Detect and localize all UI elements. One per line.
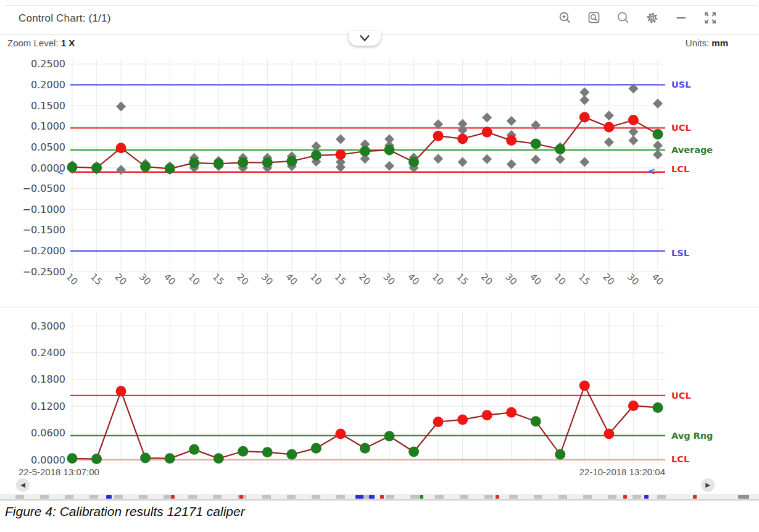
subgroup-point[interactable] (286, 449, 297, 460)
subgroup-point[interactable] (116, 143, 126, 153)
x-tick-label: 15 (332, 271, 348, 287)
scroll-left-button[interactable]: ◀ (16, 478, 30, 492)
individual-measurement-point[interactable] (433, 154, 443, 164)
subgroup-point[interactable] (603, 429, 614, 439)
clipped-text-fragment (40, 495, 49, 499)
y-tick-label: 0.0600 (31, 427, 65, 439)
subgroup-point[interactable] (652, 129, 663, 139)
subgroup-point[interactable] (214, 453, 224, 463)
clipped-text-fragment (484, 495, 493, 499)
subgroup-point[interactable] (579, 112, 590, 122)
clipped-text-fragment (312, 495, 320, 499)
individual-measurement-point[interactable] (604, 137, 614, 147)
search-button[interactable] (615, 10, 631, 26)
subgroup-point[interactable] (652, 402, 663, 413)
subgroup-point[interactable] (555, 144, 565, 154)
subgroup-point[interactable] (457, 133, 468, 144)
subgroup-point[interactable] (384, 145, 395, 156)
individual-measurement-point[interactable] (458, 157, 468, 167)
x-tick-label: 10 (308, 271, 324, 287)
y-tick-label: 0.1000 (31, 120, 65, 132)
subgroup-point[interactable] (91, 163, 102, 173)
x-tick-label: 15 (454, 271, 470, 287)
fullscreen-button[interactable] (702, 10, 718, 26)
individual-measurement-point[interactable] (653, 141, 663, 151)
individual-measurement-point[interactable] (555, 154, 565, 164)
subgroup-point[interactable] (433, 131, 444, 141)
subgroup-point[interactable] (189, 157, 199, 168)
y-tick-label: 0.2500 (31, 58, 65, 70)
subgroup-point[interactable] (165, 453, 175, 463)
subgroup-point[interactable] (457, 414, 468, 425)
subgroup-point[interactable] (433, 417, 444, 427)
settings-button[interactable] (644, 10, 660, 26)
subgroup-point[interactable] (409, 446, 419, 457)
y-tick-label: 0.1500 (31, 100, 65, 112)
subgroup-point[interactable] (384, 431, 395, 441)
subgroup-point[interactable] (238, 157, 248, 168)
individual-measurement-point[interactable] (628, 136, 638, 146)
x-tick-label: 40 (162, 271, 178, 287)
subgroup-point[interactable] (189, 444, 199, 455)
individual-measurement-point[interactable] (482, 154, 492, 164)
subgroup-point[interactable] (628, 115, 639, 125)
clipped-text-fragment (738, 495, 749, 499)
minimize-button[interactable] (673, 10, 689, 26)
individual-measurement-point[interactable] (579, 95, 589, 105)
subgroup-point[interactable] (335, 429, 346, 439)
control-charts-canvas[interactable]: USLUCLAverageLCLLSL0.25000.20000.15000.1… (0, 0, 759, 532)
subgroup-point[interactable] (579, 380, 590, 391)
subgroup-point[interactable] (506, 135, 516, 146)
individual-measurement-point[interactable] (482, 113, 492, 123)
subgroup-point[interactable] (482, 127, 492, 138)
subgroup-point[interactable] (628, 401, 639, 411)
x-tick-label: 10 (430, 271, 446, 287)
subgroup-point[interactable] (360, 146, 370, 157)
individual-measurement-point[interactable] (507, 116, 516, 126)
individual-measurement-point[interactable] (653, 99, 663, 109)
subgroup-point[interactable] (116, 386, 126, 396)
clipped-label-strip[interactable] (0, 494, 759, 501)
individual-measurement-point[interactable] (579, 157, 589, 167)
individual-measurement-point[interactable] (336, 162, 346, 172)
individual-measurement-point[interactable] (604, 110, 614, 120)
subgroup-point[interactable] (335, 149, 346, 160)
subgroup-point[interactable] (531, 416, 541, 426)
individual-measurement-point[interactable] (531, 155, 541, 165)
individual-measurement-point[interactable] (384, 161, 394, 171)
subgroup-point[interactable] (214, 159, 224, 169)
zoom-selection-button[interactable] (586, 10, 602, 26)
zoom-in-button[interactable] (557, 10, 573, 26)
subgroup-point[interactable] (311, 443, 321, 454)
subgroup-point[interactable] (555, 449, 565, 460)
subgroup-point[interactable] (409, 157, 419, 167)
subgroup-point[interactable] (262, 157, 273, 168)
subgroup-point[interactable] (531, 138, 541, 149)
chart-divider (0, 307, 759, 307)
subgroup-point[interactable] (603, 122, 614, 133)
individual-measurement-point[interactable] (116, 165, 126, 175)
clipped-text-fragment (171, 495, 175, 499)
collapse-panel-button[interactable] (349, 31, 381, 46)
subgroup-point[interactable] (311, 150, 321, 160)
subgroup-point[interactable] (286, 156, 297, 167)
subgroup-point[interactable] (165, 164, 175, 174)
measurements-control-chart-gridlines (70, 59, 665, 272)
subgroup-point[interactable] (360, 443, 370, 454)
subgroup-point[interactable] (140, 453, 151, 463)
subgroup-point[interactable] (482, 410, 492, 420)
x-tick-label: 15 (88, 271, 104, 287)
measurements-control-chart: USLUCLAverageLCLLSL0.25000.20000.15000.1… (23, 58, 713, 287)
subgroup-point[interactable] (238, 446, 248, 457)
subgroup-point[interactable] (91, 454, 102, 464)
clipped-text-fragment (460, 495, 468, 499)
subgroup-point[interactable] (262, 447, 273, 457)
scroll-right-button[interactable]: ▶ (701, 478, 715, 492)
individual-measurement-point[interactable] (653, 149, 663, 159)
individual-measurement-point[interactable] (336, 135, 346, 144)
individual-measurement-point[interactable] (116, 101, 126, 111)
subgroup-point[interactable] (67, 162, 78, 172)
subgroup-point[interactable] (140, 161, 151, 172)
subgroup-point[interactable] (506, 407, 516, 418)
subgroup-point[interactable] (67, 453, 78, 463)
